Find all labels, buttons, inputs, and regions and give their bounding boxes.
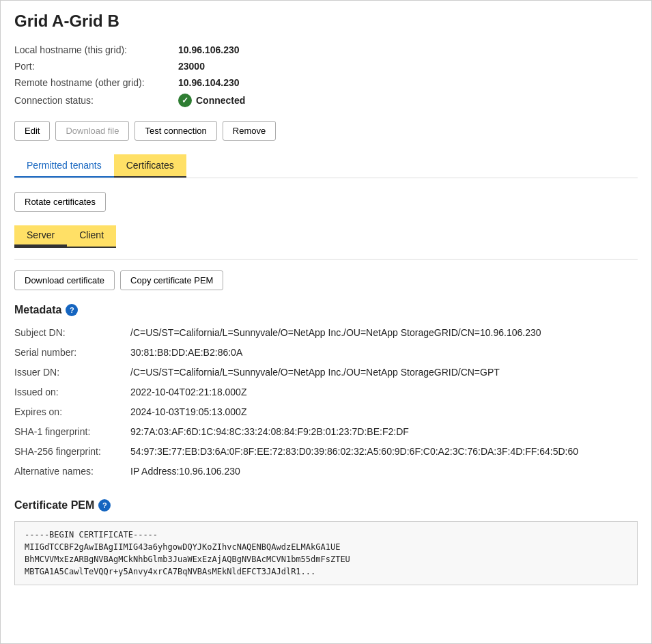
rotate-btn-row: Rotate certificates [14,192,638,212]
pem-title: Certificate PEM ? [14,499,638,512]
sha1-row: SHA-1 fingerprint: 92:7A:03:AF:6D:1C:94:… [14,425,638,439]
metadata-section: Metadata ? Subject DN: /C=US/ST=Californ… [14,304,638,479]
subject-dn-label: Subject DN: [14,326,130,340]
alt-names-label: Alternative names: [14,464,130,479]
serial-number-row: Serial number: 30:81:B8:DD:AE:B2:86:0A [14,346,638,360]
cert-buttons-row: Download certificate Copy certificate PE… [14,270,638,290]
sha256-value: 54:97:3E:77:EB:D3:6A:0F:8F:EE:72:83:D0:3… [130,445,578,459]
serial-number-label: Serial number: [14,346,130,360]
test-connection-button[interactable]: Test connection [134,121,216,141]
main-tabs: Permitted tenants Certificates [14,154,638,178]
pem-section: Certificate PEM ? -----BEGIN CERTIFICATE… [14,499,638,585]
remote-hostname-value: 10.96.104.230 [178,77,240,88]
connection-status-row: Connection status: ✓ Connected [14,94,638,107]
connection-status-label: Connection status: [14,95,178,106]
remote-hostname-label: Remote hostname (other grid): [14,77,178,88]
expires-on-value: 2024-10-03T19:05:13.000Z [130,405,246,419]
pem-help-icon[interactable]: ? [98,499,111,512]
copy-certificate-pem-button[interactable]: Copy certificate PEM [120,270,223,290]
subtabs-container: Server Client [14,225,638,248]
port-label: Port: [14,61,178,72]
expires-on-row: Expires on: 2024-10-03T19:05:13.000Z [14,405,638,419]
download-certificate-button[interactable]: Download certificate [14,270,115,290]
issuer-dn-row: Issuer DN: /C=US/ST=California/L=Sunnyva… [14,365,638,380]
issuer-dn-label: Issuer DN: [14,365,130,380]
sha256-row: SHA-256 fingerprint: 54:97:3E:77:EB:D3:6… [14,445,638,459]
serial-number-value: 30:81:B8:DD:AE:B2:86:0A [130,346,242,360]
expires-on-label: Expires on: [14,405,130,419]
connected-check-icon: ✓ [178,94,192,107]
subject-dn-row: Subject DN: /C=US/ST=California/L=Sunnyv… [14,326,638,340]
subtabs: Server Client [14,225,116,248]
download-file-button[interactable]: Download file [55,121,129,141]
divider [14,259,638,260]
issued-on-value: 2022-10-04T02:21:18.000Z [130,385,246,400]
info-section: Local hostname (this grid): 10.96.106.23… [14,44,638,107]
tab-certificates[interactable]: Certificates [114,154,186,178]
metadata-title: Metadata ? [14,304,638,316]
port-value: 23000 [178,61,205,72]
local-hostname-value: 10.96.106.230 [178,44,240,55]
sha256-label: SHA-256 fingerprint: [14,445,130,459]
sha1-label: SHA-1 fingerprint: [14,425,130,439]
local-hostname-label: Local hostname (this grid): [14,44,178,55]
alt-names-value: IP Address:10.96.106.230 [130,464,240,479]
subject-dn-value: /C=US/ST=California/L=Sunnyvale/O=NetApp… [130,326,541,340]
rotate-certificates-button[interactable]: Rotate certificates [14,192,106,212]
metadata-help-icon[interactable]: ? [66,304,78,316]
connection-status-value: ✓ Connected [178,94,245,107]
remote-hostname-row: Remote hostname (other grid): 10.96.104.… [14,77,638,88]
issued-on-label: Issued on: [14,385,130,400]
port-row: Port: 23000 [14,61,638,72]
subtab-client[interactable]: Client [67,225,116,247]
alt-names-row: Alternative names: IP Address:10.96.106.… [14,464,638,479]
action-buttons-row: Edit Download file Test connection Remov… [14,121,638,141]
tab-permitted-tenants[interactable]: Permitted tenants [14,154,114,178]
page-title: Grid A-Grid B [14,12,638,31]
pem-content: -----BEGIN CERTIFICATE----- MIIGdTCCBF2g… [14,521,638,585]
local-hostname-row: Local hostname (this grid): 10.96.106.23… [14,44,638,55]
subtab-server[interactable]: Server [14,225,67,247]
main-container: Grid A-Grid B Local hostname (this grid)… [0,0,652,644]
issuer-dn-value: /C=US/ST=California/L=Sunnyvale/O=NetApp… [130,365,500,380]
issued-on-row: Issued on: 2022-10-04T02:21:18.000Z [14,385,638,400]
remove-button[interactable]: Remove [223,121,276,141]
sha1-value: 92:7A:03:AF:6D:1C:94:8C:33:24:08:84:F9:2… [130,425,409,439]
edit-button[interactable]: Edit [14,121,50,141]
